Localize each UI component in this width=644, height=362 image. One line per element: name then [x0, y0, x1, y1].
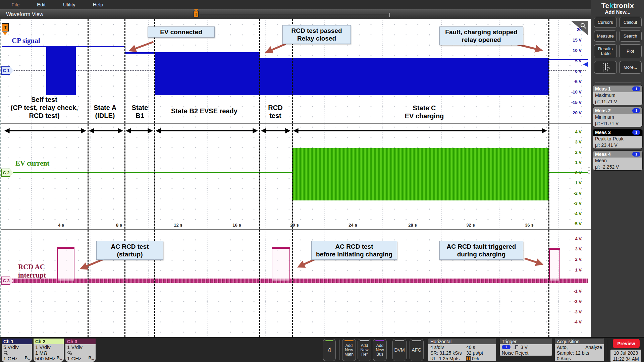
callout-button[interactable]: Callout [619, 17, 642, 28]
state-label-state-a: State A (IDLE) [94, 104, 116, 120]
horizontal-panel-header: Horizontal [428, 339, 496, 344]
meas-3-badge[interactable]: Meas 3 1 Peak-to-Peak μ': 23.41 V [593, 129, 642, 148]
channel-2-card[interactable]: Ch 2 1 V/div 1 MΩ 500 MHz BW [34, 339, 64, 362]
c2-axis-label: 1 V [568, 160, 582, 165]
callout-line: AC RCD fault triggered [442, 243, 521, 250]
channel-4-button[interactable]: 4 [323, 339, 336, 361]
acquisition-count: 0 Acqs [557, 356, 571, 361]
c2-axis-label: -3 V [568, 201, 582, 206]
plot-button[interactable]: Plot [619, 44, 642, 58]
menu-utility[interactable]: Utility [54, 0, 84, 9]
state-label-state-b1: State B1 [132, 104, 148, 120]
channel-4-stripe [325, 340, 333, 341]
acquisition-sample: Sample: 12 bits [557, 350, 589, 356]
callout-rcd-fault[interactable]: AC RCD fault triggered during charging [439, 241, 523, 260]
channel-2-bandwidth-row: 500 MHz BW [34, 356, 64, 361]
results-table-button[interactable]: Results Table [594, 44, 617, 58]
callout-rcd-passed[interactable]: RCD test passed Relay closed [282, 25, 351, 44]
state-line: test [268, 112, 282, 120]
trigger-position-t-icon[interactable]: T [194, 11, 199, 17]
cursors-button[interactable]: Cursors [594, 17, 617, 28]
time-axis-label: 36 s [525, 223, 533, 228]
bandwidth-limit-icon: BW [89, 356, 94, 361]
state-label-state-c: State C EV charging [405, 104, 444, 120]
meas-type: Minimum [595, 114, 640, 120]
panel-drag-handle[interactable] [588, 167, 590, 176]
c2-axis-label: 4 V [568, 130, 582, 134]
meas-4-badge[interactable]: Meas 4 1 Mean μ': -2.252 V [593, 151, 642, 170]
trigger-position-line [200, 15, 389, 15]
trigger-position-end-tick [389, 13, 390, 17]
rcd-pulse-precharge [272, 247, 290, 281]
cp-trace-9v [125, 52, 155, 54]
meas-3-header: Meas 3 1 [593, 129, 642, 136]
callout-ev-connected[interactable]: EV connected [148, 26, 215, 38]
meas-value: μ': -2.252 V [595, 164, 640, 170]
zoom-select-button[interactable] [594, 61, 617, 74]
menu-edit[interactable]: Edit [28, 0, 54, 9]
dvm-button[interactable]: DVM [392, 339, 407, 361]
meas-2-badge[interactable]: Meas 2 1 Minimum μ': -11.71 V [593, 107, 642, 127]
state-line: EV charging [405, 112, 444, 120]
add-new-ref-button[interactable]: AddNewRef [358, 339, 371, 361]
afg-button[interactable]: AFG [410, 339, 424, 361]
callout-line: RCD test passed [285, 27, 348, 35]
c1-axis-label: -15 V [568, 100, 582, 105]
afg-label: AFG [412, 347, 422, 353]
channel-2-impedance: 1 MΩ [34, 350, 64, 356]
c3-axis-label: -1 V [568, 289, 582, 294]
cp-trace-12v [2, 46, 46, 47]
more-button[interactable]: More... [619, 61, 642, 74]
add-new-heading: Add New... [591, 9, 644, 15]
bus-stripe [375, 340, 384, 341]
callout-line: AC RCD test [314, 243, 395, 250]
c1-axis-label: 20 [568, 27, 582, 32]
c1-axis-label: 10 V [568, 48, 582, 53]
rcd-pulse-fault [549, 248, 560, 281]
add-new-math-button[interactable]: AddNewMath [342, 339, 356, 361]
channel-3-probe [65, 350, 96, 356]
channel-1-card[interactable]: Ch 1 5 V/div 1 GHz BW [2, 339, 32, 362]
add-new-button-grid: Cursors Callout Measure Search Results T… [594, 17, 642, 74]
channel-1-probe [2, 350, 32, 356]
c1-axis-label: 5 V [568, 59, 582, 63]
menu-bar: File Edit Utility Help [0, 0, 591, 9]
add-new-bus-button[interactable]: AddNewBus [373, 339, 387, 361]
callout-rcd-startup[interactable]: AC RCD test (startup) [96, 241, 163, 260]
time-axis-label: 8 s [116, 223, 122, 228]
menu-file[interactable]: File [3, 0, 28, 9]
acquisition-panel[interactable]: Acquisition Auto, Analyze Sample: 12 bit… [555, 339, 604, 361]
meas-type: Peak-to-Peak [595, 136, 640, 142]
bottom-bar-divider [426, 340, 426, 360]
sidebar-separator [595, 82, 641, 83]
state-line: State A [94, 104, 116, 112]
trigger-panel[interactable]: Trigger 1 3 V Noise Reject [500, 339, 552, 356]
measure-button[interactable]: Measure [594, 31, 617, 42]
right-sidebar: Tektronix Add New... Cursors Callout Mea… [591, 0, 644, 337]
channel-1-scale: 5 V/div [2, 344, 32, 350]
meas-value: μ': -11.71 V [595, 120, 640, 127]
search-button[interactable]: Search [619, 31, 642, 42]
callout-rcd-before[interactable]: AC RCD test before initiating charging [311, 241, 397, 260]
callout-fault[interactable]: Fault, charging stopped relay opened [439, 26, 523, 45]
dvm-label: DVM [394, 347, 405, 353]
menu-help[interactable]: Help [84, 0, 112, 9]
state-line: State C [405, 104, 444, 112]
state-line: State B2 EVSE ready [171, 107, 237, 115]
meas-2-body: Minimum μ': -11.71 V [593, 114, 642, 127]
time-text: 11:22:34 AM [610, 356, 641, 362]
channel-3-card[interactable]: Ch 3 1 V/div 1 GHz BW [65, 339, 96, 362]
trigger-level-arrow-icon[interactable] [583, 62, 588, 67]
horizontal-panel[interactable]: Horizontal 4 s/div 40 s SR: 31.25 kS/s 3… [428, 339, 496, 361]
panel-separator-1 [1, 123, 591, 124]
state-line: RCD [268, 104, 282, 112]
trigger-flag-icon[interactable]: T [2, 23, 9, 32]
c2-axis-label: -2 V [568, 191, 582, 196]
acquisition-analyze: Analyze [585, 345, 602, 350]
meas-value: μ': 23.41 V [595, 142, 640, 148]
marquee-zoom-icon [603, 63, 608, 71]
logo-te: Te [601, 2, 609, 9]
meas-1-badge[interactable]: Meas 1 1 Maximum μ': 11.71 V [593, 85, 642, 105]
preview-button[interactable]: Preview [613, 339, 640, 348]
ev-current-zero-a [2, 172, 292, 173]
